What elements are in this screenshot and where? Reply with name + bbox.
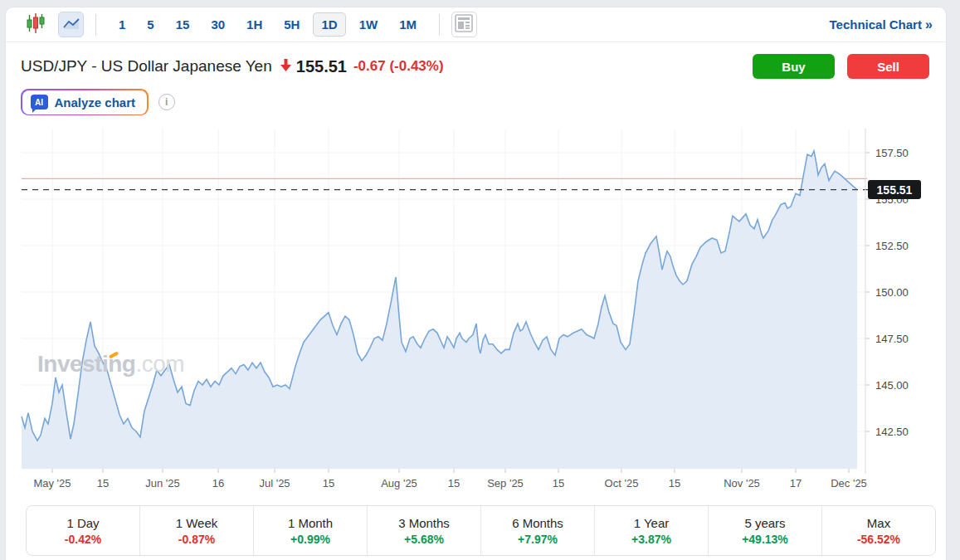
- timeframe-5-button[interactable]: 5: [139, 12, 162, 37]
- x-axis-label: 15: [669, 477, 680, 489]
- perf-label: 1 Week: [176, 516, 218, 530]
- technical-chart-link[interactable]: Technical Chart »: [830, 17, 933, 32]
- x-axis-label: Dec '25: [831, 477, 867, 489]
- y-axis-label: 142.50: [875, 426, 909, 438]
- toolbar-divider: [95, 14, 96, 36]
- chevron-right-icon: »: [925, 17, 933, 32]
- y-axis-label: 147.50: [875, 333, 909, 345]
- x-axis-label: 15: [323, 477, 334, 489]
- x-axis-label: Oct '25: [605, 477, 639, 489]
- news-view-button[interactable]: [451, 12, 477, 37]
- toolbar-divider: [439, 14, 440, 36]
- analyze-chart-button[interactable]: AI Analyze chart: [21, 89, 149, 115]
- x-axis-label: Aug '25: [381, 477, 417, 489]
- x-axis-label: Jul '25: [259, 477, 290, 489]
- perf-3-months[interactable]: 3 Months +5.68%: [368, 506, 481, 555]
- perf-value: +7.97%: [518, 533, 558, 546]
- candlestick-icon: [27, 12, 45, 38]
- timeframe-1-button[interactable]: 1: [110, 12, 134, 37]
- timeframe-15-button[interactable]: 15: [168, 12, 198, 37]
- timeframe-1d-button[interactable]: 1D: [313, 12, 345, 37]
- price-change: -0.67 (-0.43%): [353, 58, 444, 75]
- x-axis-label: 15: [448, 477, 460, 489]
- timeframe-1w-button[interactable]: 1W: [351, 12, 387, 37]
- perf-label: 6 Months: [512, 516, 563, 530]
- watermark-light: .com: [135, 351, 184, 377]
- x-axis-label: Sep '25: [487, 477, 524, 489]
- x-axis-label: 17: [790, 477, 802, 489]
- perf-6-months[interactable]: 6 Months +7.97%: [481, 506, 595, 555]
- current-price-tag: 155.51: [868, 180, 921, 199]
- perf-1-week[interactable]: 1 Week -0.87%: [140, 506, 254, 555]
- perf-1-year[interactable]: 1 Year +3.87%: [595, 506, 709, 555]
- timeframe-1m-button[interactable]: 1M: [391, 12, 425, 37]
- y-axis: 157.50155.00152.50150.00147.50145.00142.…: [870, 122, 945, 487]
- x-axis: May '2515Jun '2516Jul '2515Aug '2515Sep …: [6, 474, 872, 494]
- line-chart-icon: [61, 13, 81, 37]
- perf-value: +49.13%: [742, 533, 788, 546]
- analyze-row: AI Analyze chart i: [6, 79, 946, 115]
- x-axis-label: Jun '25: [145, 477, 180, 489]
- perf-1-day[interactable]: 1 Day -0.42%: [27, 506, 140, 555]
- analyze-chart-label: Analyze chart: [55, 95, 136, 110]
- y-axis-label: 150.00: [875, 286, 909, 299]
- buy-button[interactable]: Buy: [753, 54, 835, 79]
- perf-label: 1 Year: [634, 516, 670, 530]
- x-axis-label: May '25: [33, 477, 71, 489]
- timeframe-5h-button[interactable]: 5H: [275, 12, 308, 37]
- last-price: 155.51: [296, 57, 347, 76]
- timeframe-30-button[interactable]: 30: [202, 12, 233, 37]
- perf-value: -0.87%: [178, 533, 215, 546]
- perf-1-month[interactable]: 1 Month +0.99%: [254, 506, 368, 555]
- technical-chart-label: Technical Chart: [830, 17, 922, 32]
- candlestick-chart-button[interactable]: [22, 12, 48, 37]
- perf-value: +0.99%: [290, 533, 330, 546]
- price-chart[interactable]: Investing.com 157.50155.00152.50150.0014…: [6, 122, 948, 504]
- x-axis-label: 15: [553, 477, 564, 489]
- chart-card: 1 5 15 30 1H 5H 1D 1W 1M Technical Chart: [5, 7, 947, 560]
- y-axis-label: 145.00: [875, 379, 909, 392]
- perf-label: 5 years: [744, 516, 785, 530]
- performance-panel: 1 Day -0.42% 1 Week -0.87% 1 Month +0.99…: [26, 505, 936, 556]
- news-icon: [455, 14, 473, 36]
- perf-value: +5.68%: [404, 533, 444, 546]
- chart-canvas[interactable]: [6, 122, 948, 504]
- y-axis-label: 152.50: [875, 240, 909, 252]
- x-axis-label: 15: [97, 477, 109, 489]
- investing-watermark: Investing.com: [37, 351, 184, 377]
- instrument-header: USD/JPY - US Dollar Japanese Yen 155.51 …: [6, 42, 946, 79]
- x-axis-label: 16: [212, 477, 224, 489]
- sell-button[interactable]: Sell: [847, 54, 929, 79]
- perf-label: 1 Day: [66, 516, 99, 530]
- perf-5-years[interactable]: 5 years +49.13%: [709, 506, 822, 555]
- perf-label: 3 Months: [398, 516, 450, 530]
- perf-value: -56.52%: [857, 533, 900, 546]
- y-axis-label: 157.50: [875, 147, 909, 159]
- page-title: USD/JPY - US Dollar Japanese Yen: [21, 57, 272, 75]
- timeframe-1h-button[interactable]: 1H: [238, 12, 270, 37]
- perf-value: -0.42%: [65, 533, 101, 546]
- info-icon[interactable]: i: [158, 94, 175, 110]
- perf-label: Max: [867, 516, 890, 530]
- perf-max[interactable]: Max -56.52%: [822, 506, 935, 555]
- ai-icon: AI: [31, 95, 48, 110]
- x-axis-label: Nov '25: [724, 477, 760, 489]
- arrow-down-icon: [280, 59, 291, 75]
- perf-label: 1 Month: [288, 516, 333, 530]
- watermark-bold: Investing: [37, 351, 135, 377]
- chart-toolbar: 1 5 15 30 1H 5H 1D 1W 1M Technical Chart: [6, 7, 946, 42]
- line-chart-button[interactable]: [58, 12, 84, 37]
- price-area: [22, 151, 857, 469]
- perf-value: +3.87%: [631, 533, 671, 546]
